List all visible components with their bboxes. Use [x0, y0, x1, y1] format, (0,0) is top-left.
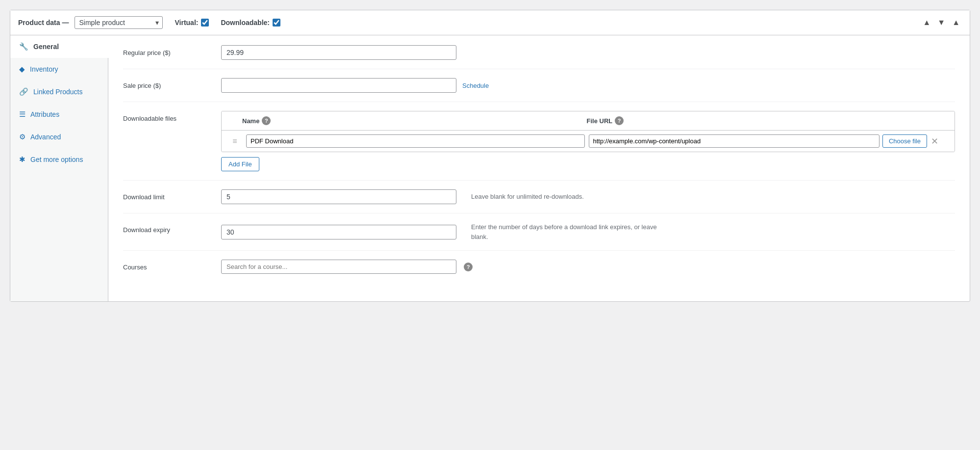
courses-row: Courses ? — [123, 260, 955, 283]
regular-price-row: Regular price ($) — [123, 45, 955, 69]
remove-file-button[interactable]: ✕ — [931, 137, 938, 146]
download-expiry-inner: Enter the number of days before a downlo… — [221, 222, 955, 241]
name-col-header: Name ? — [242, 116, 587, 125]
link-icon: 🔗 — [19, 87, 28, 96]
panel-header: Product data — Simple product Virtual: D… — [10, 10, 970, 35]
file-url-header-text: File URL — [587, 117, 613, 125]
collapse-up-button[interactable]: ▲ — [921, 18, 932, 27]
separator: — — [62, 19, 69, 26]
main-content: Regular price ($) Sale price ($) Schedul… — [108, 35, 970, 301]
downloadable-files-label: Downloadable files — [123, 111, 221, 122]
file-name-input[interactable] — [246, 134, 585, 148]
regular-price-input-area — [221, 45, 955, 60]
download-limit-row: Download limit Leave blank for unlimited… — [123, 189, 955, 213]
files-table-header: Name ? File URL ? — [222, 111, 955, 131]
sidebar-item-attributes[interactable]: ☰ Attributes — [10, 103, 108, 126]
sidebar-item-general[interactable]: 🔧 General — [10, 35, 108, 58]
product-type-wrapper[interactable]: Simple product — [75, 16, 163, 29]
download-expiry-input[interactable] — [221, 225, 456, 239]
courses-search-input[interactable] — [221, 260, 456, 274]
panel-body: 🔧 General ◆ Inventory 🔗 Linked Products … — [10, 35, 970, 301]
download-limit-inner: Leave blank for unlimited re-downloads. — [221, 189, 955, 204]
virtual-checkbox[interactable] — [201, 19, 209, 26]
sale-price-input-area: Schedule — [221, 78, 955, 93]
sidebar-item-get-more-options[interactable]: ✱ Get more options — [10, 148, 108, 171]
choose-file-button[interactable]: Choose file — [882, 134, 927, 148]
star-icon: ✱ — [19, 155, 25, 164]
download-expiry-label: Download expiry — [123, 222, 221, 234]
sidebar-item-linked-products[interactable]: 🔗 Linked Products — [10, 80, 108, 103]
download-limit-help: Leave blank for unlimited re-downloads. — [471, 192, 584, 202]
product-type-select[interactable]: Simple product — [75, 16, 163, 29]
courses-inner: ? — [221, 260, 955, 274]
courses-help-icon[interactable]: ? — [464, 263, 473, 271]
sidebar-item-attributes-label: Attributes — [30, 110, 59, 118]
sidebar-item-general-label: General — [33, 43, 59, 51]
wrench-icon: 🔧 — [19, 42, 28, 51]
header-actions: ▲ ▼ ▲ — [921, 18, 962, 27]
downloadable-label-text: Downloadable: — [221, 19, 270, 26]
downloadable-files-row: Downloadable files Name ? File URL ? — [123, 111, 955, 181]
sidebar-item-get-more-options-label: Get more options — [30, 156, 83, 163]
name-header-text: Name — [242, 117, 259, 125]
file-url-help-icon[interactable]: ? — [615, 116, 624, 125]
download-expiry-row: Download expiry Enter the number of days… — [123, 222, 955, 251]
sale-price-label: Sale price ($) — [123, 78, 221, 89]
panel-title: Product data — — [18, 19, 69, 26]
file-url-col-header: File URL ? — [587, 116, 931, 125]
download-limit-label: Download limit — [123, 189, 221, 201]
remove-col-header — [931, 116, 949, 125]
sidebar-item-inventory-label: Inventory — [30, 65, 58, 73]
drag-handle-icon[interactable]: ≡ — [227, 137, 242, 146]
sidebar-item-advanced[interactable]: ⚙ Advanced — [10, 126, 108, 148]
download-limit-input[interactable] — [221, 189, 456, 204]
collapse-down-button[interactable]: ▼ — [935, 18, 947, 27]
sidebar: 🔧 General ◆ Inventory 🔗 Linked Products … — [10, 35, 108, 301]
product-data-panel: Product data — Simple product Virtual: D… — [10, 10, 970, 302]
sale-price-input[interactable] — [221, 78, 456, 93]
downloadable-files-area: Name ? File URL ? ≡ — [221, 111, 955, 171]
add-file-button[interactable]: Add File — [221, 157, 259, 171]
sidebar-item-inventory[interactable]: ◆ Inventory — [10, 58, 108, 80]
downloadable-checkbox[interactable] — [273, 19, 280, 26]
expand-button[interactable]: ▲ — [950, 18, 962, 27]
file-url-cell: Choose file — [589, 134, 928, 148]
name-help-icon[interactable]: ? — [262, 116, 271, 125]
downloadable-checkbox-label[interactable]: Downloadable: — [221, 19, 280, 26]
schedule-link[interactable]: Schedule — [462, 82, 489, 89]
header-options: Virtual: Downloadable: — [175, 19, 280, 26]
sale-price-row: Sale price ($) Schedule — [123, 78, 955, 102]
sidebar-item-advanced-label: Advanced — [30, 133, 61, 141]
download-limit-input-area: Leave blank for unlimited re-downloads. — [221, 189, 955, 204]
file-url-input[interactable] — [589, 134, 879, 148]
virtual-label-text: Virtual: — [175, 19, 198, 26]
regular-price-label: Regular price ($) — [123, 45, 221, 56]
gear-icon: ⚙ — [19, 132, 25, 141]
drag-col-header — [227, 116, 242, 125]
title-text: Product data — [18, 19, 60, 26]
files-table: Name ? File URL ? ≡ — [221, 111, 955, 152]
list-icon: ☰ — [19, 110, 25, 119]
courses-input-area: ? — [221, 260, 955, 274]
download-expiry-help: Enter the number of days before a downlo… — [471, 222, 657, 241]
remove-file-cell: ✕ — [931, 137, 949, 146]
courses-label: Courses — [123, 260, 221, 271]
file-name-cell — [246, 134, 585, 148]
table-row: ≡ Choose file ✕ — [222, 131, 955, 152]
diamond-icon: ◆ — [19, 65, 25, 74]
sale-price-inner: Schedule — [221, 78, 955, 93]
virtual-checkbox-label[interactable]: Virtual: — [175, 19, 209, 26]
regular-price-input[interactable] — [221, 45, 456, 60]
sidebar-item-linked-products-label: Linked Products — [33, 88, 82, 96]
download-expiry-input-area: Enter the number of days before a downlo… — [221, 222, 955, 241]
